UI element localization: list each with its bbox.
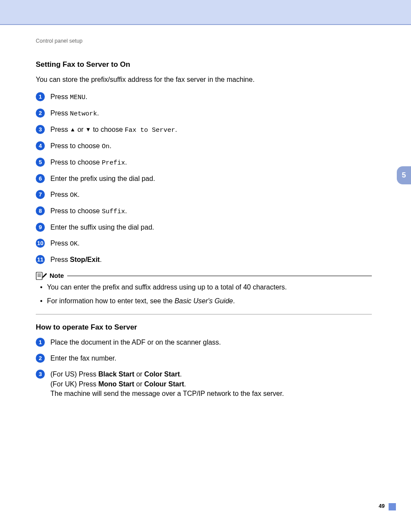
step-8: Press to choose Suffix. — [36, 206, 372, 216]
page-accent-box — [389, 503, 396, 510]
step-9: Enter the suffix using the dial pad. — [36, 223, 372, 232]
section-divider — [36, 314, 372, 314]
step-7: Press OK. — [36, 190, 372, 200]
ok-key: OK — [70, 192, 78, 199]
svg-rect-0 — [36, 272, 42, 280]
on-key: On — [102, 143, 109, 150]
prefix-key: Prefix — [102, 159, 125, 167]
chapter-tab: 5 — [397, 166, 411, 184]
note-item-2: For information how to enter text, see t… — [40, 296, 372, 306]
fax-to-server-key: Fax to Server — [125, 127, 175, 134]
page-content: Setting Fax to Server to On You can stor… — [36, 60, 372, 405]
step-6: Enter the prefix using the dial pad. — [36, 174, 372, 184]
suffix-key: Suffix — [102, 208, 125, 215]
breadcrumb: Control panel setup — [36, 38, 82, 44]
step-5: Press to choose Prefix. — [36, 158, 372, 168]
network-key: Network — [70, 110, 97, 118]
page-number: 49 — [379, 503, 385, 509]
note-divider — [67, 276, 372, 276]
guide-ref: Basic User's Guide — [174, 297, 233, 305]
steps-list-2: Place the document in the ADF or on the … — [36, 338, 372, 399]
note-label: Note — [50, 272, 64, 279]
step-11: Press Stop/Exit. — [36, 255, 372, 264]
step-10: Press OK. — [36, 239, 372, 249]
step2-2: Enter the fax number. — [36, 354, 372, 363]
step-3: Press ▲ or ▼ to choose Fax to Server. — [36, 125, 372, 135]
arrow-up-icon: ▲ — [70, 126, 75, 134]
stop-exit-key: Stop/Exit — [70, 256, 100, 263]
top-header-bar — [0, 0, 411, 25]
color-start-key: Color Start — [144, 370, 180, 378]
steps-list-1: Press MENU. Press Network. Press ▲ or ▼ … — [36, 92, 372, 265]
chapter-number: 5 — [402, 171, 406, 180]
step-2: Press Network. — [36, 109, 372, 118]
arrow-down-icon: ▼ — [85, 126, 91, 134]
menu-key: MENU — [70, 94, 85, 101]
section-title-2: How to operate Fax to Server — [36, 323, 372, 332]
black-start-key: Black Start — [98, 370, 134, 378]
step2-3: (For US) Press Black Start or Color Star… — [36, 370, 372, 398]
note-item-1: You can enter the prefix and suffix addr… — [40, 283, 372, 292]
section-title-1: Setting Fax to Server to On — [36, 60, 372, 69]
mono-start-key: Mono Start — [98, 380, 134, 388]
note-list: You can enter the prefix and suffix addr… — [36, 283, 372, 306]
step-1: Press MENU. — [36, 92, 372, 102]
note-header: Note — [36, 271, 372, 280]
colour-start-key: Colour Start — [144, 380, 184, 388]
step2-1: Place the document in the ADF or on the … — [36, 338, 372, 347]
ok-key-2: OK — [70, 240, 78, 248]
step-4: Press to choose On. — [36, 141, 372, 151]
section-1-intro: You can store the prefix/suffix address … — [36, 75, 372, 84]
note-icon — [36, 271, 48, 280]
